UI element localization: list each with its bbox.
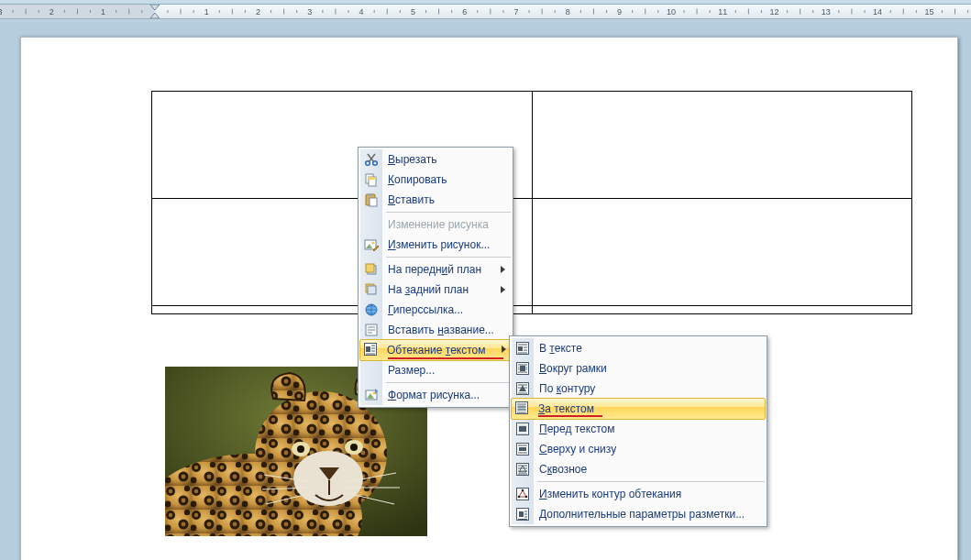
- wrap-more-icon: [515, 507, 530, 522]
- context-menu-item-14[interactable]: Формат рисунка...: [360, 385, 511, 405]
- wrap-topbot-icon: [515, 442, 530, 456]
- submenu-item-6[interactable]: Сквозное: [512, 459, 765, 479]
- menu-item-label: В тексте: [539, 342, 582, 355]
- menu-item-label: Сверху и снизу: [539, 443, 616, 456]
- svg-rect-135: [518, 346, 523, 351]
- menu-item-label: Формат рисунка...: [388, 389, 480, 401]
- svg-text:13: 13: [822, 7, 831, 16]
- blank-icon: [364, 363, 379, 378]
- wrap-front-icon: [515, 422, 530, 436]
- menu-item-label: По контуру: [539, 382, 595, 395]
- wrap-icon: [363, 342, 378, 357]
- svg-text:2: 2: [256, 7, 260, 16]
- svg-rect-141: [520, 366, 525, 371]
- svg-rect-109: [369, 177, 376, 180]
- horizontal-ruler[interactable]: 32112345678910111213141516: [0, 4, 971, 19]
- chevron-right-icon: [502, 346, 506, 353]
- context-menu-item-11[interactable]: Обтекание текстом: [359, 339, 512, 361]
- submenu-item-0[interactable]: В тексте: [512, 338, 765, 358]
- svg-point-115: [372, 242, 375, 245]
- svg-text:7: 7: [513, 7, 518, 16]
- svg-point-96: [350, 444, 358, 451]
- svg-text:8: 8: [566, 7, 570, 16]
- chevron-right-icon: [501, 266, 505, 273]
- svg-text:5: 5: [411, 7, 415, 16]
- menu-item-label: Вставить название...: [388, 324, 494, 336]
- svg-point-179: [525, 496, 528, 499]
- annotation-underline: [538, 415, 602, 417]
- wrap-edit-icon: [515, 487, 530, 501]
- editpic-icon: [364, 237, 379, 252]
- caption-icon: [364, 323, 379, 337]
- svg-text:3: 3: [0, 7, 3, 16]
- submenu-item-5[interactable]: Сверху и снизу: [512, 439, 765, 459]
- submenu-item-9[interactable]: Дополнительные параметры разметки...: [512, 504, 765, 524]
- ruler-area: 32112345678910111213141516: [0, 0, 971, 22]
- menu-item-label: Изменить рисунок...: [388, 238, 490, 251]
- svg-rect-126: [366, 346, 370, 352]
- svg-text:9: 9: [617, 7, 622, 16]
- menu-item-label: Дополнительные параметры разметки...: [539, 508, 745, 521]
- submenu-item-3[interactable]: За текстом: [511, 398, 766, 420]
- page-table[interactable]: [151, 91, 912, 314]
- context-menu[interactable]: ВырезатьКопироватьВставитьИзменение рису…: [358, 147, 513, 408]
- wrap-square-icon: [515, 361, 530, 376]
- format-icon: [364, 388, 379, 402]
- wrap-through-icon: [515, 462, 530, 477]
- svg-text:3: 3: [307, 7, 312, 16]
- submenu-item-2[interactable]: По контуру: [512, 379, 765, 399]
- context-menu-item-4: Изменение рисунка: [360, 214, 511, 235]
- svg-text:12: 12: [769, 7, 778, 16]
- context-menu-item-8[interactable]: На задний план: [360, 280, 511, 300]
- hyperlink-icon: [364, 302, 379, 317]
- scissors-icon: [364, 152, 379, 167]
- context-menu-item-1[interactable]: Копировать: [360, 170, 511, 190]
- context-menu-item-2[interactable]: Вставить: [360, 190, 511, 210]
- menu-separator: [386, 382, 511, 383]
- menu-item-label: Изменение рисунка: [388, 218, 489, 231]
- submenu-text-wrapping[interactable]: В текстеВокруг рамкиПо контуруЗа текстом…: [509, 335, 767, 527]
- context-menu-item-7[interactable]: На передний план: [360, 259, 511, 280]
- svg-rect-111: [369, 193, 372, 196]
- menu-item-label: Перед текстом: [539, 423, 614, 435]
- paste-icon: [364, 192, 379, 207]
- menu-item-label: Вырезать: [388, 153, 436, 166]
- svg-point-95: [297, 445, 304, 453]
- submenu-item-8[interactable]: Изменить контур обтекания: [512, 484, 765, 504]
- svg-rect-182: [519, 511, 524, 517]
- copy-icon: [364, 172, 379, 187]
- context-menu-item-10[interactable]: Вставить название...: [360, 320, 511, 340]
- context-menu-item-9[interactable]: Гиперссылка...: [360, 300, 511, 320]
- svg-text:4: 4: [359, 7, 364, 16]
- svg-point-180: [518, 496, 521, 499]
- menu-item-label: За текстом: [538, 402, 594, 415]
- wrap-inline-icon: [515, 341, 530, 356]
- menu-item-label: Вставить: [388, 193, 435, 206]
- blank-icon: [364, 217, 379, 232]
- svg-rect-112: [370, 198, 377, 206]
- svg-text:2: 2: [50, 7, 54, 16]
- svg-rect-119: [368, 286, 376, 294]
- svg-rect-165: [519, 426, 526, 432]
- back-icon: [364, 282, 379, 297]
- svg-rect-168: [519, 447, 526, 451]
- svg-text:1: 1: [204, 7, 209, 16]
- submenu-item-4[interactable]: Перед текстом: [512, 419, 765, 439]
- menu-item-label: Размер...: [388, 364, 435, 377]
- submenu-item-1[interactable]: Вокруг рамки: [512, 358, 765, 379]
- svg-text:11: 11: [718, 7, 727, 16]
- context-menu-item-0[interactable]: Вырезать: [360, 149, 511, 170]
- menu-separator: [386, 212, 511, 213]
- context-menu-item-12[interactable]: Размер...: [360, 360, 511, 380]
- svg-text:15: 15: [924, 7, 933, 16]
- menu-item-label: Гиперссылка...: [388, 303, 463, 316]
- front-icon: [364, 262, 379, 277]
- wrap-behind-icon: [514, 401, 529, 415]
- menu-item-label: На передний план: [388, 263, 481, 276]
- menu-item-label: На задний план: [388, 283, 469, 296]
- menu-item-label: Изменить контур обтекания: [539, 488, 681, 500]
- context-menu-item-5[interactable]: Изменить рисунок...: [360, 235, 511, 255]
- svg-text:1: 1: [101, 7, 105, 16]
- menu-separator: [386, 257, 511, 258]
- svg-point-178: [522, 489, 524, 492]
